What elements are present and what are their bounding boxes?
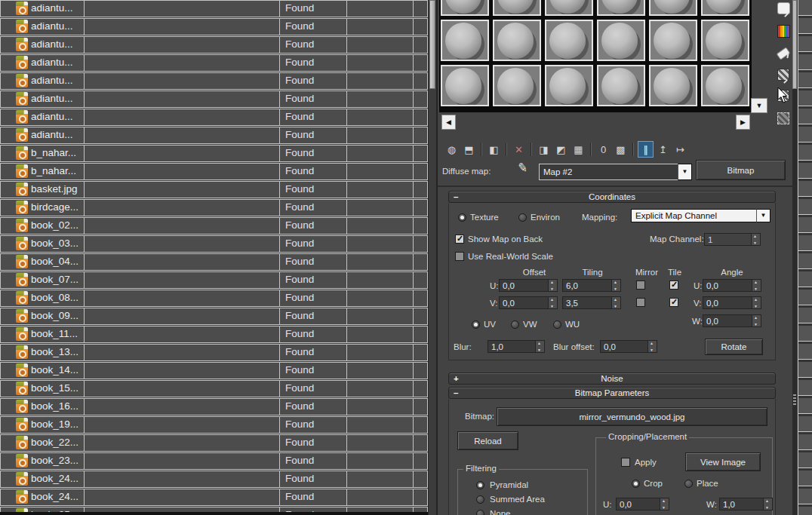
extra-cell[interactable] [346, 109, 414, 126]
table-row[interactable]: book_07... Found [0, 271, 428, 289]
file-path-cell[interactable] [84, 452, 280, 470]
slot-scroll-down-button[interactable]: ▼ [751, 98, 767, 113]
extra-cell-2[interactable] [413, 54, 428, 72]
sample-slot[interactable] [597, 65, 645, 106]
table-row[interactable]: adiantu... Found [0, 36, 428, 54]
extra-cell-2[interactable] [413, 271, 428, 289]
file-path-cell[interactable] [84, 0, 280, 17]
table-row[interactable]: book_11... Found [0, 326, 428, 343]
table-row[interactable]: book_23... Found [0, 452, 428, 470]
table-row[interactable]: adiantu... Found [0, 0, 428, 17]
extra-cell-2[interactable] [413, 109, 428, 126]
file-path-cell[interactable] [84, 127, 280, 144]
crop-w-field[interactable]: 1,0 [719, 498, 763, 510]
angle-v-field[interactable]: 0,0 [703, 296, 752, 309]
reload-button[interactable]: Reload [457, 431, 518, 450]
extra-cell[interactable] [346, 380, 414, 397]
table-row[interactable]: adiantu... Found [0, 54, 428, 72]
offset-u-spinner[interactable] [548, 279, 558, 292]
sample-slot[interactable] [701, 65, 749, 106]
extra-cell-2[interactable] [413, 362, 428, 379]
tiling-u-field[interactable]: 6,0 [562, 279, 611, 292]
extra-cell[interactable] [346, 290, 414, 307]
expand-icon[interactable]: + [454, 373, 459, 384]
extra-cell-2[interactable] [413, 308, 428, 325]
bitmap-parameters-rollout-header[interactable]: – Bitmap Parameters [448, 387, 776, 399]
table-row[interactable]: adiantu... Found [0, 127, 428, 144]
extra-cell[interactable] [346, 434, 414, 452]
table-row[interactable]: book_16... Found [0, 398, 428, 415]
extra-cell-2[interactable] [413, 290, 428, 307]
filtering-none-radio[interactable] [476, 510, 484, 515]
file-path-cell[interactable] [84, 308, 280, 325]
file-path-cell[interactable] [84, 199, 280, 216]
tiling-v-spinner[interactable] [611, 296, 621, 309]
file-path-cell[interactable] [84, 398, 280, 415]
texture-radio[interactable] [458, 213, 466, 222]
file-path-cell[interactable] [84, 18, 280, 35]
sample-slot[interactable] [701, 0, 749, 16]
dropdown-arrow-icon[interactable]: ▼ [756, 209, 770, 222]
show-map-in-viewport-icon[interactable]: ▩ [613, 141, 629, 158]
filtering-pyramidal-radio[interactable] [476, 481, 484, 489]
table-row[interactable]: book_22... Found [0, 434, 428, 452]
coordinates-rollout-header[interactable]: – Coordinates [448, 191, 776, 203]
apply-checkbox[interactable] [621, 458, 630, 467]
angle-w-field[interactable]: 0,0 [703, 314, 752, 327]
crop-radio[interactable] [632, 480, 640, 488]
mirror-v-checkbox[interactable] [636, 298, 645, 307]
angle-u-field[interactable]: 0,0 [703, 279, 752, 292]
table-row[interactable]: book_19... Found [0, 416, 428, 434]
sample-slot[interactable] [649, 20, 697, 61]
extra-cell[interactable] [346, 308, 414, 325]
extra-cell[interactable] [346, 489, 414, 506]
file-path-cell[interactable] [84, 326, 280, 343]
extra-cell[interactable] [346, 72, 414, 90]
extra-cell[interactable] [346, 452, 414, 470]
make-preview-icon[interactable] [775, 66, 792, 83]
extra-cell[interactable] [346, 398, 414, 415]
get-material-icon[interactable]: ◍ [444, 141, 460, 158]
crop-u-field[interactable]: 0,0 [616, 498, 660, 510]
sample-slot[interactable] [441, 20, 489, 61]
file-path-cell[interactable] [84, 380, 280, 397]
use-real-world-scale-checkbox[interactable] [455, 252, 464, 261]
file-path-cell[interactable] [84, 471, 280, 488]
crop-u-spinner[interactable] [660, 498, 669, 510]
go-to-parent-icon[interactable]: ↥ [655, 141, 671, 158]
extra-cell-2[interactable] [413, 181, 428, 198]
extra-cell-2[interactable] [413, 434, 428, 452]
sample-slot[interactable] [597, 20, 645, 61]
sample-slot[interactable] [545, 0, 593, 16]
extra-cell[interactable] [346, 0, 414, 17]
file-path-cell[interactable] [84, 109, 280, 126]
tiling-v-field[interactable]: 3,5 [562, 296, 611, 309]
sample-slot[interactable] [493, 20, 541, 61]
put-material-to-scene-icon[interactable]: ⬒ [461, 141, 477, 158]
bitmap-path-button[interactable]: mirror_vermundo_wood.jpg [497, 407, 767, 426]
video-color-check-icon[interactable] [775, 45, 792, 62]
map-type-button[interactable]: Bitmap [696, 160, 786, 180]
extra-cell-2[interactable] [413, 127, 428, 144]
file-path-cell[interactable] [84, 163, 280, 180]
extra-cell[interactable] [346, 271, 414, 289]
table-row[interactable]: book_09... Found [0, 308, 428, 325]
file-path-cell[interactable] [84, 290, 280, 307]
noise-rollout-header[interactable]: + Noise [448, 372, 776, 385]
table-row[interactable]: adiantu... Found [0, 72, 428, 90]
sample-slot[interactable] [701, 20, 749, 61]
file-path-cell[interactable] [84, 181, 280, 198]
environ-radio[interactable] [518, 213, 527, 222]
tile-v-checkbox[interactable] [669, 298, 678, 307]
table-row[interactable]: book_08... Found [0, 290, 428, 307]
offset-v-field[interactable]: 0,0 [499, 296, 548, 309]
extra-cell[interactable] [346, 163, 414, 180]
filtering-summed-area-radio[interactable] [476, 495, 484, 504]
table-row[interactable]: birdcage... Found [0, 199, 428, 216]
extra-cell[interactable] [346, 344, 414, 361]
table-row[interactable]: basket.jpg Found [0, 181, 428, 198]
file-path-cell[interactable] [84, 253, 280, 271]
extra-cell[interactable] [346, 18, 414, 35]
extra-cell-2[interactable] [413, 72, 428, 90]
extra-cell-2[interactable] [413, 199, 428, 216]
